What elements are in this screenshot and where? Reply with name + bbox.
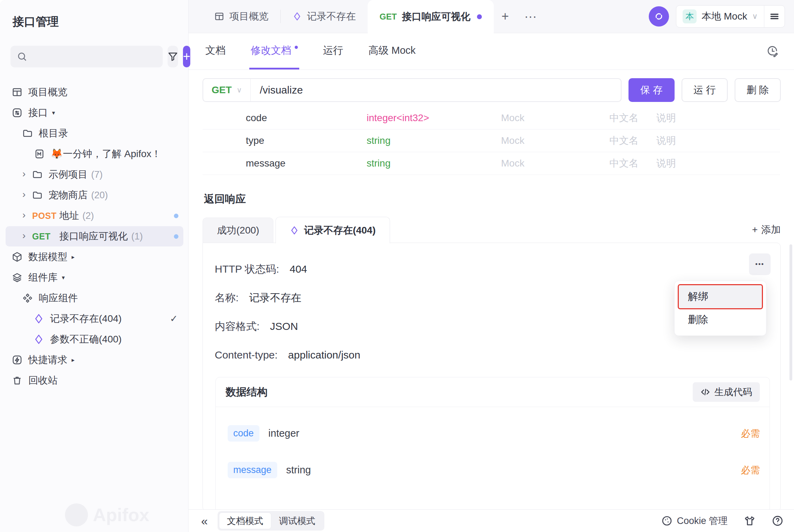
chevron-right-icon[interactable]: › xyxy=(22,209,32,221)
history-button[interactable] xyxy=(766,45,779,58)
caret-down-icon[interactable]: ▾ xyxy=(62,274,65,281)
markdown-icon xyxy=(34,149,45,159)
vertical-scrollbar[interactable] xyxy=(789,244,792,380)
response-tab-404-active[interactable]: 记录不存在(404) xyxy=(275,217,390,243)
run-button[interactable]: 运 行 xyxy=(682,78,728,102)
save-button[interactable]: 保 存 xyxy=(628,78,675,102)
sidebar-item-component-library[interactable]: 组件库 ▾ xyxy=(6,267,183,288)
diamond-icon xyxy=(34,313,44,324)
method-select[interactable]: GET ∨ xyxy=(203,79,251,101)
tab-api-visualize-active[interactable]: GET 接口响应可视化 xyxy=(368,0,494,33)
sidebar-item-post-address[interactable]: › POST 地址 (2) xyxy=(6,206,183,226)
detail-row-content-type: Content-type: application/json xyxy=(215,348,780,362)
sidebar-item-recycle-bin[interactable]: 回收站 xyxy=(6,370,183,391)
sidebar-item-response-components[interactable]: 响应组件 xyxy=(6,288,183,308)
path-input[interactable] xyxy=(251,84,621,96)
filter-button[interactable] xyxy=(168,46,178,67)
chevron-right-icon[interactable]: › xyxy=(22,189,32,200)
caret-right-icon[interactable]: ▸ xyxy=(72,253,75,261)
sync-status-button[interactable] xyxy=(649,6,669,27)
sidebar-item-sample-project[interactable]: › 示例项目 (7) xyxy=(6,164,183,185)
docbar-spacer xyxy=(439,33,766,69)
mode-debug[interactable]: 调试模式 xyxy=(271,512,323,529)
sidebar-item-markdown-doc[interactable]: 🦊一分钟，了解 Apifox！ xyxy=(6,144,183,164)
table-row[interactable]: type string Mock 中文名 说明 xyxy=(203,130,780,152)
chevron-right-icon[interactable]: › xyxy=(22,230,32,241)
unsaved-dot xyxy=(477,14,482,19)
tab-docs[interactable]: 文档 xyxy=(204,33,227,69)
env-badge: 本 xyxy=(683,9,697,23)
response-tabs: 成功(200) 记录不存在(404) + 添加 xyxy=(203,217,781,243)
table-row[interactable]: code integer<int32> Mock 中文名 说明 xyxy=(203,111,780,130)
help-button[interactable] xyxy=(772,515,784,527)
request-row: GET ∨ 保 存 运 行 删 除 xyxy=(189,70,794,111)
response-panel: HTTP 状态码: 404 名称: 记录不存在 内容格式: JSON Conte… xyxy=(203,243,781,509)
question-icon xyxy=(772,515,784,527)
cookie-manager-button[interactable]: Cookie 管理 xyxy=(661,515,728,527)
tab-advanced-mock[interactable]: 高级 Mock xyxy=(367,33,417,69)
chevron-down-icon: ∨ xyxy=(237,86,242,94)
apifox-watermark: Apifox xyxy=(65,503,149,526)
topbar-right: 本 本地 Mock ∨ xyxy=(649,0,794,33)
main-menu-button[interactable] xyxy=(764,6,785,27)
cube-icon xyxy=(12,252,22,262)
table-row[interactable]: message string Mock 中文名 说明 xyxy=(203,152,780,175)
response-more-button[interactable]: ••• xyxy=(749,253,771,275)
schema-field-message[interactable]: message string 必需 xyxy=(228,462,760,478)
environment-selector[interactable]: 本 本地 Mock ∨ xyxy=(676,6,764,27)
search-input[interactable] xyxy=(10,46,163,67)
sidebar: 接口管理 + 项目概览 xyxy=(0,0,189,532)
delete-button[interactable]: 删 除 xyxy=(735,78,781,102)
required-badge: 必需 xyxy=(741,464,760,476)
tab-project-overview[interactable]: 项目概览 xyxy=(203,0,280,33)
content-area: GET ∨ 保 存 运 行 删 除 code integer<int32> Mo… xyxy=(189,70,794,509)
sidebar-item-component-400[interactable]: 参数不正确(400) xyxy=(6,329,183,349)
sidebar-item-root-folder[interactable]: 根目录 xyxy=(6,123,183,143)
add-response-button[interactable]: + 添加 xyxy=(752,223,781,236)
overview-icon xyxy=(214,12,224,21)
sidebar-item-get-visualize[interactable]: › GET 接口响应可视化 (1) xyxy=(6,226,183,246)
chevron-right-icon[interactable]: › xyxy=(22,168,32,179)
sidebar-item-component-404[interactable]: 记录不存在(404) ✓ xyxy=(6,309,183,329)
tab-edit-docs-active[interactable]: 修改文档 xyxy=(249,33,299,69)
search-text-field[interactable] xyxy=(31,51,156,62)
collapse-sidebar-button[interactable]: « xyxy=(201,515,208,527)
sidebar-item-apis[interactable]: 接口 ▾ xyxy=(6,103,183,123)
tab-record-not-found[interactable]: 记录不存在 xyxy=(281,0,368,33)
main-area: 项目概览 记录不存在 GET 接口响应可视化 + ··· 本 xyxy=(189,0,794,532)
sidebar-item-pet-store[interactable]: › 宠物商店 (20) xyxy=(6,185,183,205)
check-icon: ✓ xyxy=(170,313,178,324)
caret-down-icon[interactable]: ▾ xyxy=(52,109,55,117)
new-tab-button[interactable]: + xyxy=(494,0,516,33)
quick-request-icon xyxy=(12,355,22,365)
response-tab-200[interactable]: 成功(200) xyxy=(203,217,273,243)
sidebar-item-quick-request[interactable]: 快捷请求 ▸ xyxy=(6,350,183,370)
ellipsis-icon: ••• xyxy=(755,260,764,268)
more-icon: ··· xyxy=(524,9,537,24)
menu-item-unbind[interactable]: 解绑 xyxy=(679,285,762,308)
sidebar-item-data-models[interactable]: 数据模型 ▸ xyxy=(6,247,183,267)
schema-field-code[interactable]: code integer 必需 xyxy=(228,425,760,442)
hamburger-icon xyxy=(769,11,780,22)
generate-code-button[interactable]: 生成代码 xyxy=(693,382,760,402)
theme-shirt-button[interactable] xyxy=(744,515,756,527)
doc-tab-bar: 文档 修改文档 运行 高级 Mock xyxy=(189,33,794,70)
response-fields-table: code integer<int32> Mock 中文名 说明 type str… xyxy=(203,111,780,175)
tab-more-button[interactable]: ··· xyxy=(516,0,544,33)
notification-dot xyxy=(174,234,178,239)
mode-doc[interactable]: 文档模式 xyxy=(219,512,271,529)
plus-icon: + xyxy=(752,224,758,235)
tab-run[interactable]: 运行 xyxy=(322,33,345,69)
diamond-icon xyxy=(290,226,299,235)
add-api-button[interactable]: + xyxy=(183,46,190,67)
mode-switcher: 文档模式 调试模式 xyxy=(218,511,324,531)
folder-icon xyxy=(32,169,43,180)
menu-item-delete[interactable]: 删除 xyxy=(679,308,762,331)
get-method-badge: GET xyxy=(380,12,397,22)
caret-right-icon[interactable]: ▸ xyxy=(72,356,75,364)
detail-row-status: HTTP 状态码: 404 xyxy=(215,263,780,276)
overview-icon xyxy=(12,87,22,97)
search-icon xyxy=(17,51,27,62)
sidebar-item-project-overview[interactable]: 项目概览 xyxy=(6,82,183,102)
component-icon xyxy=(22,293,33,303)
